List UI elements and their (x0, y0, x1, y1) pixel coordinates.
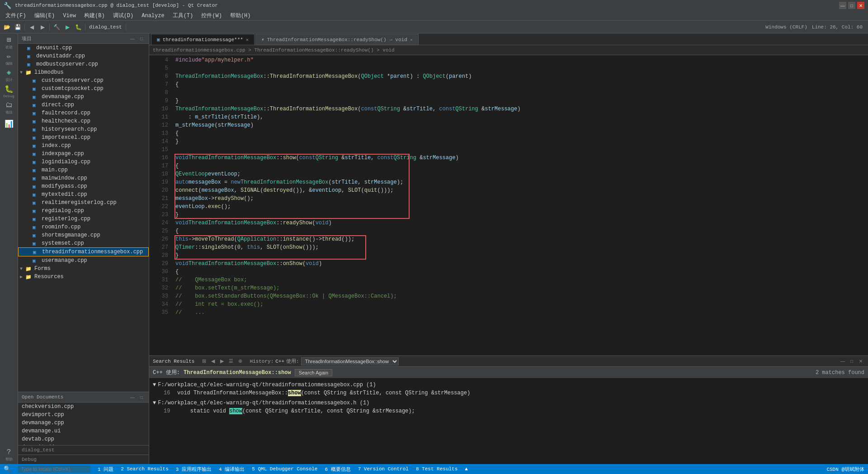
menu-debug[interactable]: 调试(D) (109, 11, 137, 20)
tree-item-customtcpserver[interactable]: ▣ customtcpserver.cpp (18, 76, 149, 85)
tree-item-importexcel[interactable]: ▣ importexcel.cpp (18, 133, 149, 142)
tree-item-indexpage[interactable]: ▣ indexpage.cpp (18, 150, 149, 158)
menu-edit[interactable]: 编辑(E) (31, 11, 59, 20)
tree-item-mytextedit[interactable]: ▣ mytextedit.cpp (18, 190, 149, 199)
tree-item-mainwindow[interactable]: ▣ mainwindow.cpp (18, 174, 149, 182)
tree-item-direct[interactable]: ▣ direct.cpp (18, 101, 149, 109)
sidebar-analyze-btn[interactable]: 📊 (2, 117, 16, 131)
tree-item-logindialog[interactable]: ▣ logindialog.cpp (18, 158, 149, 166)
sidebar-welcome-btn[interactable]: ⊞ 欢迎 (2, 35, 16, 50)
tree-item-realtimeregisterlog[interactable]: ▣ realtimeregisterlog.cpp (18, 199, 149, 207)
minimize-button[interactable]: — (839, 2, 846, 9)
tree-item-devmanage[interactable]: ▣ devmanage.cpp (18, 93, 149, 101)
tree-item-libmodbus[interactable]: ▼ 📁 libmodbus (18, 68, 149, 76)
status-search-results[interactable]: 2 Search Results (121, 466, 169, 472)
toolbar-forward-btn[interactable]: ▶ (38, 22, 47, 32)
tree-item-shortmsgmanage[interactable]: ▣ shortmsgmanage.cpp (18, 231, 149, 239)
file-tree-expand-btn[interactable]: □ (138, 35, 145, 42)
tree-item-devunitaddr[interactable]: ▣ devunitaddr.cpp (18, 52, 149, 60)
tree-item-roominfo[interactable]: ▣ roominfo.cpp (18, 223, 149, 231)
menu-help[interactable]: 帮助(H) (226, 11, 255, 20)
status-test-results[interactable]: 8 Test Results (416, 466, 458, 472)
result-file-h[interactable]: ▼ F:/workplace_qt/elec-warning-qt/thread… (149, 399, 868, 407)
toolbar-run-btn[interactable]: ▶ (62, 22, 72, 32)
tree-item-devunit[interactable]: ▣ devunit.cpp (18, 44, 149, 52)
open-doc-devtab[interactable]: devtab.cpp (18, 435, 149, 443)
tree-item-modifypass[interactable]: ▣ modifypass.cpp (18, 182, 149, 190)
menu-tools[interactable]: 工具(T) (169, 11, 197, 20)
line-numbers: 4567891011121314151617181920212223242526… (149, 55, 172, 356)
code-line: ThreadInformationMessageBox::ThreadInfor… (175, 105, 864, 113)
tree-item-registerlog[interactable]: ▣ registerlog.cpp (18, 215, 149, 223)
open-doc-devmanage[interactable]: devmanage.cpp (18, 419, 149, 427)
editor-tab-threadinfo-cpp[interactable]: ▣ threadinformationmessage*** ✕ (151, 34, 255, 45)
panel-float-btn[interactable]: □ (848, 358, 855, 365)
status-version-control[interactable]: 7 Version Control (358, 466, 409, 472)
tree-filename: devunit.cpp (36, 45, 72, 51)
sidebar-project-btn[interactable]: 🗂 项目 (2, 100, 16, 115)
history-nav-icons[interactable]: ⊞ (200, 357, 208, 365)
sidebar-edit-btn[interactable]: ✏ 编辑 (2, 52, 16, 66)
open-doc-devmanage-ui[interactable]: devmanage.ui (18, 427, 149, 435)
panel-close-btn[interactable]: ✕ (857, 358, 864, 365)
toolbar-build-btn[interactable]: 🔨 (52, 22, 61, 32)
history-next-btn[interactable]: ▶ (218, 357, 226, 365)
toolbar-save-btn[interactable]: 💾 (13, 22, 23, 32)
menu-analyze[interactable]: Analyze (138, 12, 168, 20)
sidebar-help-btn[interactable]: ? 帮助 (2, 448, 16, 462)
sidebar-design-btn[interactable]: ◈ 设计 (2, 68, 16, 82)
tree-item-healthcheck[interactable]: ▣ healthcheck.cpp (18, 117, 149, 125)
tab-close-icon2[interactable]: ✕ (410, 37, 413, 43)
menu-file[interactable]: 文件(F) (2, 11, 30, 20)
search-again-button[interactable]: Search Again (295, 369, 332, 376)
tree-item-historysearch[interactable]: ▣ historysearch.cpp (18, 125, 149, 133)
toolbar-back-btn[interactable]: ◀ (27, 22, 37, 32)
open-docs-expand-btn[interactable]: □ (138, 393, 145, 401)
file-tree-collapse-btn[interactable]: — (129, 35, 136, 42)
editor-tab-readyshow[interactable]: ⚡ ThreadInformationMessageBox::readyShow… (255, 34, 419, 45)
sidebar-debug-btn[interactable]: 🐛 Debug (2, 84, 16, 99)
close-button[interactable]: ✕ (857, 2, 864, 9)
tree-item-threadinfo[interactable]: ▣ threadinformationmessagebox.cpp (18, 247, 149, 256)
status-compile-output[interactable]: 4 编译输出 (219, 466, 245, 473)
tree-item-index[interactable]: ▣ index.cpp (18, 142, 149, 150)
status-app-output[interactable]: 3 应用程序输出 (176, 466, 212, 473)
tree-item-main[interactable]: ▣ main.cpp (18, 166, 149, 174)
open-doc-checkversion[interactable]: checkversion.cpp (18, 403, 149, 411)
search-input[interactable] (18, 465, 90, 473)
status-overview[interactable]: 6 概要信息 (325, 466, 350, 473)
tree-item-customtcpsocket[interactable]: ▣ customtcpsocket.cpp (18, 85, 149, 93)
code-content[interactable]: #include "app/myhelper.h" ThreadInformat… (172, 55, 868, 356)
tree-item-usermanage[interactable]: ▣ usermanage.cpp (18, 256, 149, 265)
menu-view[interactable]: View (59, 12, 80, 20)
tree-item-systemset[interactable]: ▣ systemset.cpp (18, 239, 149, 247)
menu-controls[interactable]: 控件(W) (198, 11, 226, 20)
history-prev-btn[interactable]: ◀ (209, 357, 217, 365)
history-expand-btn[interactable]: ⊕ (236, 357, 244, 365)
status-qml-debugger[interactable]: 5 QML Debugger Console (252, 466, 317, 472)
open-docs-collapse-btn[interactable]: — (129, 393, 136, 401)
maximize-button[interactable]: □ (848, 2, 855, 9)
result-line-h-19[interactable]: 19 static void show(const QString &strTi… (149, 407, 868, 415)
tree-item-forms[interactable]: ▼ 📁 Forms (18, 265, 149, 273)
file-tree-content[interactable]: ▣ devunit.cpp ▣ devunitaddr.cpp ▣ modbus… (18, 44, 149, 392)
toolbar-debug-btn[interactable]: 🐛 (73, 22, 83, 32)
code-line: this->moveToThread(QApplication::instanc… (175, 235, 864, 243)
result-file-cpp[interactable]: ▼ F:/workplace_qt/elec-warning-qt/thread… (149, 381, 868, 389)
open-doc-devimport[interactable]: devimport.cpp (18, 411, 149, 419)
status-issues[interactable]: 1 问题 (98, 466, 113, 473)
history-label: History: (250, 359, 274, 364)
toolbar-open-btn[interactable]: 📂 (2, 22, 12, 32)
code-wrapper[interactable]: 4567891011121314151617181920212223242526… (149, 55, 868, 356)
history-dropdown[interactable]: ThreadInformationMessageBox::show (301, 357, 399, 365)
tree-item-faultrecord[interactable]: ▣ faultrecord.cpp (18, 109, 149, 117)
tab-close-icon[interactable]: ✕ (246, 37, 249, 43)
status-arrow-up[interactable]: ▲ (465, 466, 468, 472)
result-line-cpp-16[interactable]: 16 void ThreadInformationMessageBox::sho… (149, 389, 868, 397)
history-list-btn[interactable]: ☰ (227, 357, 235, 365)
tree-item-modbustcp[interactable]: ▣ modbustcpserver.cpp (18, 60, 149, 68)
tree-item-regdialog[interactable]: ▣ regdialog.cpp (18, 207, 149, 215)
panel-min-btn[interactable]: — (839, 358, 846, 365)
tree-item-resources[interactable]: ▶ 📁 Resources (18, 273, 149, 281)
menu-build[interactable]: 构建(B) (80, 11, 108, 20)
